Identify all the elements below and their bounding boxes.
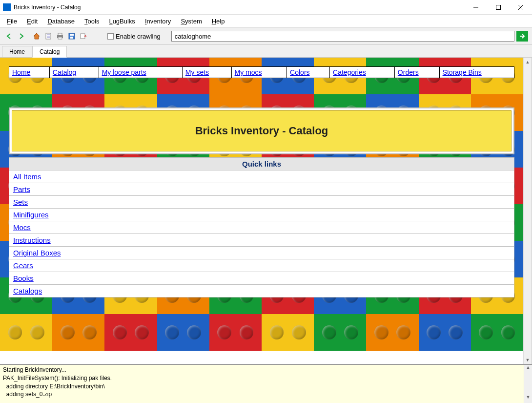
lego-brick xyxy=(157,314,209,351)
nav-link-my-sets[interactable]: My sets xyxy=(185,68,209,76)
page-title: Bricks Inventory - Catalog xyxy=(12,110,512,151)
lego-brick xyxy=(104,314,157,351)
checkbox-box[interactable] xyxy=(107,33,114,40)
menu-file[interactable]: File xyxy=(2,16,22,26)
maximize-button[interactable] xyxy=(487,0,510,15)
document-button[interactable] xyxy=(43,31,54,42)
console-line: adding sets_0.zip xyxy=(3,390,529,399)
nav-link-storage-bins[interactable]: Storage Bins xyxy=(443,68,482,76)
page-title-box: Bricks Inventory - Catalog xyxy=(9,107,514,154)
quick-link-mocs[interactable]: Mocs xyxy=(13,223,31,232)
quick-link-row: Minifigures xyxy=(9,209,514,221)
quick-link-row: Parts xyxy=(9,183,514,196)
menu-system[interactable]: System xyxy=(176,16,206,26)
scroll-down-icon[interactable]: ▼ xyxy=(524,395,532,403)
enable-crawling-checkbox[interactable]: Enable crawling xyxy=(102,33,165,40)
lego-brick xyxy=(0,314,52,351)
console-panel: Starting BrickInventory...PAK_InitFileSy… xyxy=(0,364,532,403)
quick-link-row: Gears xyxy=(9,259,514,272)
lego-brick xyxy=(471,314,523,351)
lego-brick xyxy=(419,314,471,351)
close-button[interactable] xyxy=(510,0,532,15)
svg-rect-13 xyxy=(70,37,73,39)
nav-link-catalog[interactable]: Catalog xyxy=(53,68,76,76)
console-line: adding directory E:\BrickInventory\bin\ xyxy=(3,382,529,391)
tab-strip: HomeCatalog xyxy=(0,45,532,58)
quick-link-gears[interactable]: Gears xyxy=(13,261,33,270)
quick-link-catalogs[interactable]: Catalogs xyxy=(13,287,42,295)
quick-link-sets[interactable]: Sets xyxy=(13,198,28,206)
menu-database[interactable]: Database xyxy=(42,16,80,26)
tab-home[interactable]: Home xyxy=(2,46,32,58)
quick-link-original-boxes[interactable]: Original Boxes xyxy=(13,249,61,257)
svg-rect-12 xyxy=(70,34,74,36)
lego-brick xyxy=(52,314,104,351)
lego-brick xyxy=(366,314,418,351)
url-input[interactable] xyxy=(171,31,514,42)
menu-help[interactable]: Help xyxy=(207,16,230,26)
nav-link-orders[interactable]: Orders xyxy=(398,68,419,76)
nav-links-table: HomeCatalogMy loose partsMy setsMy mocsC… xyxy=(9,66,514,78)
save-button[interactable] xyxy=(66,31,77,42)
window-title: Bricks Inventory - Catalog xyxy=(14,4,465,11)
menu-edit[interactable]: Edit xyxy=(22,16,42,26)
quick-link-row: All Items xyxy=(9,170,514,183)
menu-lugbulks[interactable]: LugBulks xyxy=(104,16,140,26)
go-button[interactable] xyxy=(516,31,528,42)
home-button[interactable] xyxy=(31,31,42,42)
quick-link-row: Books xyxy=(9,272,514,285)
svg-rect-1 xyxy=(496,5,501,9)
nav-link-categories[interactable]: Categories xyxy=(333,68,366,76)
content-area: HomeCatalogMy loose partsMy setsMy mocsC… xyxy=(0,58,523,364)
quick-links-header: Quick links xyxy=(9,158,514,170)
scroll-up-icon[interactable]: ▲ xyxy=(524,58,532,66)
quick-link-minifigures[interactable]: Minifigures xyxy=(13,211,49,219)
quick-link-instructions[interactable]: Instructions xyxy=(13,236,51,244)
svg-rect-9 xyxy=(58,33,62,35)
lego-brick xyxy=(314,314,366,351)
quick-link-books[interactable]: Books xyxy=(13,274,34,282)
quick-links-block: Quick links All ItemsPartsSetsMinifigure… xyxy=(9,157,514,297)
tab-catalog[interactable]: Catalog xyxy=(32,46,67,58)
lego-brick xyxy=(262,314,314,351)
quick-link-parts[interactable]: Parts xyxy=(13,185,30,193)
quick-link-row: Original Boxes xyxy=(9,247,514,259)
scrollbar-track[interactable] xyxy=(524,66,532,356)
menu-tools[interactable]: Tools xyxy=(80,16,104,26)
toolbar: Enable crawling xyxy=(0,27,532,45)
minimize-button[interactable] xyxy=(465,0,487,15)
scroll-down-icon[interactable]: ▼ xyxy=(524,356,532,364)
console-scrollbar[interactable]: ▲ ▼ xyxy=(524,365,532,403)
nav-link-home[interactable]: Home xyxy=(12,68,30,76)
nav-link-my-mocs[interactable]: My mocs xyxy=(235,68,262,76)
scroll-up-icon[interactable]: ▲ xyxy=(524,365,532,373)
menu-inventory[interactable]: Inventory xyxy=(140,16,176,26)
enable-crawling-label: Enable crawling xyxy=(116,33,161,40)
console-line: PAK_InitFileSystem(): Initializing pak f… xyxy=(3,374,529,382)
nav-back-button[interactable] xyxy=(4,31,15,42)
quick-link-all-items[interactable]: All Items xyxy=(13,172,41,181)
nav-link-colors[interactable]: Colors xyxy=(290,68,309,76)
menubar: FileEditDatabaseToolsLugBulksInventorySy… xyxy=(0,15,532,27)
export-button[interactable] xyxy=(78,31,89,42)
print-button[interactable] xyxy=(55,31,65,42)
quick-link-row: Mocs xyxy=(9,221,514,234)
nav-forward-button[interactable] xyxy=(16,31,26,42)
quick-link-row: Sets xyxy=(9,196,514,209)
console-line: Starting BrickInventory... xyxy=(3,366,529,374)
svg-rect-10 xyxy=(58,37,62,39)
nav-link-my-loose-parts[interactable]: My loose parts xyxy=(102,68,146,76)
vertical-scrollbar[interactable]: ▲ ▼ xyxy=(523,58,532,364)
quick-link-row: Instructions xyxy=(9,234,514,247)
app-icon xyxy=(3,3,11,11)
titlebar: Bricks Inventory - Catalog xyxy=(0,0,532,15)
lego-brick xyxy=(209,314,262,351)
window-controls xyxy=(465,0,532,15)
quick-link-row: Catalogs xyxy=(9,285,514,297)
